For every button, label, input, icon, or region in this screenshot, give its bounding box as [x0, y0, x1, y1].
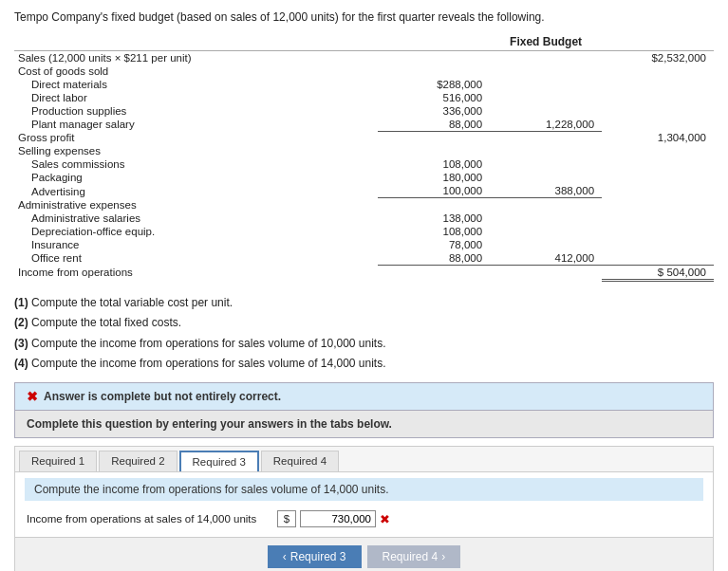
- tab-required3[interactable]: Required 3: [179, 451, 259, 471]
- tab-content: Compute the income from operations for s…: [15, 472, 713, 537]
- table-row: Office rent 88,000 412,000: [14, 251, 714, 266]
- table-row: Sales commissions 108,000: [14, 157, 714, 171]
- answer-text: Answer is complete but not entirely corr…: [44, 390, 281, 403]
- table-row: Production supplies 336,000: [14, 104, 714, 118]
- next-button[interactable]: Required 4 ›: [367, 545, 461, 568]
- table-row: Direct materials $288,000: [14, 78, 714, 91]
- table-row: Depreciation-office equip. 108,000: [14, 225, 714, 238]
- table-row: Selling expenses: [14, 144, 714, 157]
- tab-required1[interactable]: Required 1: [19, 451, 97, 471]
- prev-button-label: Required 3: [290, 550, 346, 563]
- income-input[interactable]: [300, 510, 376, 527]
- question-1: (1) Compute the total variable cost per …: [14, 293, 714, 312]
- table-row: Advertising 100,000 388,000: [14, 184, 714, 198]
- tab-required4[interactable]: Required 4: [261, 451, 339, 471]
- prev-button[interactable]: ‹ Required 3: [268, 545, 362, 568]
- table-row: Direct labor 516,000: [14, 91, 714, 104]
- tab-instruction: Compute the income from operations for s…: [25, 478, 703, 501]
- tabs-container: Required 1 Required 2 Required 3 Require…: [14, 446, 714, 571]
- prev-arrow-icon: ‹: [283, 550, 287, 563]
- table-header: Fixed Budget: [378, 33, 714, 51]
- tab-required2[interactable]: Required 2: [99, 451, 177, 471]
- next-arrow-icon: ›: [441, 550, 445, 563]
- budget-table: Fixed Budget Sales (12,000 units × $211 …: [14, 33, 714, 282]
- tabs-row: Required 1 Required 2 Required 3 Require…: [15, 447, 713, 472]
- questions-section: (1) Compute the total variable cost per …: [14, 293, 714, 374]
- nav-buttons: ‹ Required 3 Required 4 ›: [15, 537, 713, 571]
- table-row: Insurance 78,000: [14, 238, 714, 251]
- table-row: Administrative expenses: [14, 198, 714, 212]
- error-icon: ✖: [27, 389, 38, 404]
- input-label: Income from operations at sales of 14,00…: [27, 513, 273, 525]
- intro-text: Tempo Company's fixed budget (based on s…: [14, 9, 714, 26]
- table-row: Sales (12,000 units × $211 per unit) $2,…: [14, 50, 714, 64]
- table-row: Packaging 180,000: [14, 171, 714, 184]
- input-error-icon[interactable]: ✖: [380, 512, 390, 526]
- complete-instruction: Complete this question by entering your …: [14, 411, 714, 438]
- table-row: Plant manager salary 88,000 1,228,000: [14, 118, 714, 132]
- table-row-income: Income from operations $ 504,000: [14, 265, 714, 280]
- table-row: Administrative salaries 138,000: [14, 212, 714, 225]
- question-2: (2) Compute the total fixed costs.: [14, 313, 714, 332]
- question-4: (4) Compute the income from operations f…: [14, 354, 714, 373]
- input-row: Income from operations at sales of 14,00…: [25, 507, 703, 531]
- answer-banner: ✖ Answer is complete but not entirely co…: [14, 382, 714, 411]
- question-3: (3) Compute the income from operations f…: [14, 334, 714, 353]
- table-row: Gross profit 1,304,000: [14, 131, 714, 144]
- dollar-sign: $: [277, 510, 296, 527]
- table-row: Cost of goods sold: [14, 64, 714, 78]
- next-button-label: Required 4: [383, 550, 439, 563]
